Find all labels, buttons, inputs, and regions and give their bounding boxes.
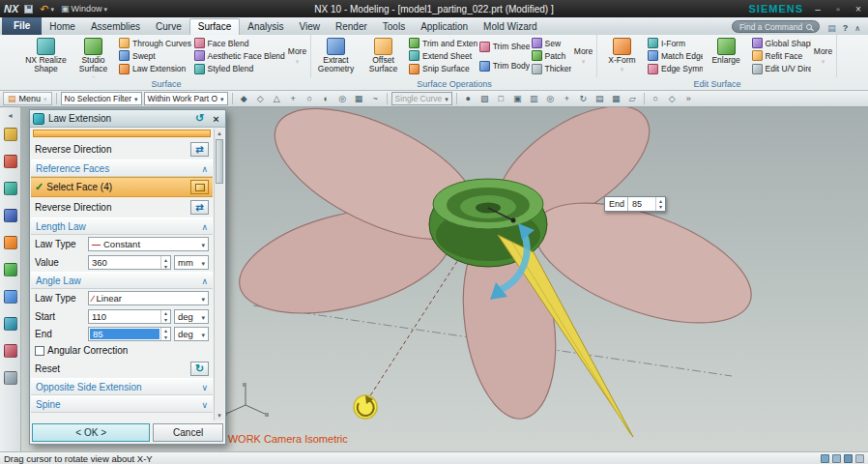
select-face-row[interactable]: Select Face (4) [31, 177, 213, 197]
length-law-type-dropdown[interactable]: Constant [88, 237, 209, 251]
help-icon[interactable] [843, 22, 849, 33]
law-extension-button[interactable]: Law Extension [119, 63, 190, 75]
extract-geometry-button[interactable]: Extract Geometry [312, 36, 360, 76]
start-input[interactable]: 110 [88, 309, 171, 324]
tab-render[interactable]: Render [328, 19, 375, 35]
dialog-scrollbar[interactable] [214, 129, 224, 420]
tab-home[interactable]: Home [42, 19, 83, 35]
maximize-button[interactable] [832, 4, 844, 14]
status-tool-icon-4[interactable] [855, 454, 864, 463]
spinner-up-icon[interactable] [161, 309, 170, 316]
history-icon[interactable] [4, 290, 17, 304]
status-tool-icon-2[interactable] [832, 454, 841, 463]
tab-tools[interactable]: Tools [375, 19, 413, 35]
start-spinner[interactable] [160, 310, 170, 323]
assembly-navigator-icon[interactable] [4, 128, 17, 141]
snap-endpoint-icon[interactable] [253, 92, 268, 105]
trim-and-extend-button[interactable]: Trim and Extend [409, 37, 476, 49]
tab-application[interactable]: Application [413, 19, 476, 35]
resource-bar-collapse-icon[interactable] [8, 111, 12, 120]
front-view-icon[interactable] [593, 92, 607, 105]
studio-surface-button[interactable]: Studio Surface [70, 36, 117, 76]
snip-surface-button[interactable]: Snip Surface [409, 63, 476, 75]
show-hide-icon[interactable] [649, 92, 663, 105]
x-form-button[interactable]: X-Form [598, 36, 646, 76]
part-navigator-icon[interactable] [4, 182, 17, 195]
tab-view[interactable]: View [291, 19, 328, 35]
refit-face-button[interactable]: Refit Face [752, 49, 809, 62]
angular-correction-checkbox[interactable] [35, 346, 44, 356]
snap-quadrant-icon[interactable] [319, 92, 333, 105]
dialog-reset-icon[interactable] [193, 112, 206, 125]
edit-surface-more-button[interactable]: More [811, 36, 835, 76]
scrollbar-thumb[interactable] [216, 139, 223, 184]
start-unit-dropdown[interactable]: deg [174, 309, 209, 324]
end-input[interactable]: 85 [88, 327, 171, 341]
undo-button[interactable] [40, 3, 54, 15]
end-unit-dropdown[interactable]: deg [174, 327, 209, 341]
cancel-button[interactable]: Cancel [153, 423, 223, 442]
snapshot-icon[interactable] [609, 92, 623, 105]
rotate-view-icon[interactable] [576, 92, 591, 105]
end-overlay-value[interactable]: 85 [627, 197, 652, 211]
enlarge-button[interactable]: Enlarge [703, 36, 750, 76]
nx-realize-shape-button[interactable]: NX Realize Shape [22, 36, 70, 76]
edit-uv-direction-button[interactable]: Edit U/V Direction [752, 63, 809, 75]
value-spinner[interactable] [160, 256, 170, 269]
curve-rule-dropdown[interactable]: Single Curve [391, 92, 452, 105]
select-face-button[interactable] [190, 180, 209, 194]
minimize-button[interactable] [812, 4, 824, 14]
styled-blend-button[interactable]: Styled Blend [194, 63, 284, 75]
snap-midpoint-icon[interactable] [270, 92, 284, 105]
command-finder-icon[interactable] [827, 22, 836, 33]
ok-button[interactable]: < OK > [32, 423, 150, 442]
snap-point-on-face-icon[interactable] [352, 92, 366, 105]
spinner-up-icon[interactable] [161, 327, 170, 334]
snap-intersection-icon[interactable] [286, 92, 301, 105]
shaded-view-icon[interactable] [477, 92, 492, 105]
fit-view-icon[interactable] [527, 92, 541, 105]
orient-view-icon[interactable] [510, 92, 525, 105]
swept-button[interactable]: Swept [119, 49, 190, 62]
constraint-navigator-icon[interactable] [4, 155, 17, 168]
pan-icon[interactable] [560, 92, 574, 105]
section-length-law[interactable]: Length Law [31, 218, 213, 235]
manufacturing-wizard-icon[interactable] [4, 344, 17, 358]
trim-sheet-button[interactable]: Trim Sheet [479, 41, 528, 53]
menu-button[interactable]: Menu [3, 92, 52, 105]
offset-surface-button[interactable]: Offset Surface [360, 36, 407, 76]
tab-mold-wizard[interactable]: Mold Wizard [476, 19, 545, 35]
reuse-library-icon[interactable] [4, 209, 17, 222]
scrollbar-up-icon[interactable] [215, 129, 224, 138]
point-constructor-icon[interactable] [237, 92, 251, 105]
end-angle-overlay-field[interactable]: End 85 [604, 196, 666, 212]
spinner-down-icon[interactable] [161, 334, 170, 340]
snap-arc-center-icon[interactable] [303, 92, 317, 105]
save-button[interactable] [24, 5, 33, 14]
tab-analysis[interactable]: Analysis [240, 19, 291, 35]
status-tool-icon-3[interactable] [844, 454, 853, 463]
process-studio-icon[interactable] [4, 317, 17, 331]
sew-button[interactable]: Sew [532, 37, 570, 49]
patch-button[interactable]: Patch [532, 49, 570, 62]
dialog-close-icon[interactable] [210, 112, 222, 125]
surface-operations-more-button[interactable]: More [571, 36, 595, 76]
section-angle-law[interactable]: Angle Law [31, 272, 213, 289]
angle-law-type-dropdown[interactable]: Linear [88, 291, 209, 305]
spinner-up-icon[interactable] [161, 256, 170, 263]
spinner-up-icon[interactable] [656, 197, 665, 204]
spinner-down-icon[interactable] [161, 263, 170, 270]
value-unit-dropdown[interactable]: mm [174, 255, 209, 270]
edit-object-display-icon[interactable] [665, 92, 680, 105]
section-spine[interactable]: Spine [31, 395, 213, 413]
roles-icon[interactable] [4, 371, 17, 385]
tab-assemblies[interactable]: Assemblies [83, 19, 148, 35]
spinner-down-icon[interactable] [656, 204, 665, 211]
section-reference-faces[interactable]: Reference Faces [31, 160, 213, 177]
web-browser-icon[interactable] [4, 263, 17, 276]
i-form-button[interactable]: I-Form [648, 37, 701, 49]
through-curves-button[interactable]: Through Curves [119, 37, 190, 49]
match-edge-button[interactable]: Match Edge [648, 49, 701, 62]
intersection-point-icon[interactable] [461, 92, 476, 105]
trim-body-button[interactable]: Trim Body [479, 60, 528, 72]
